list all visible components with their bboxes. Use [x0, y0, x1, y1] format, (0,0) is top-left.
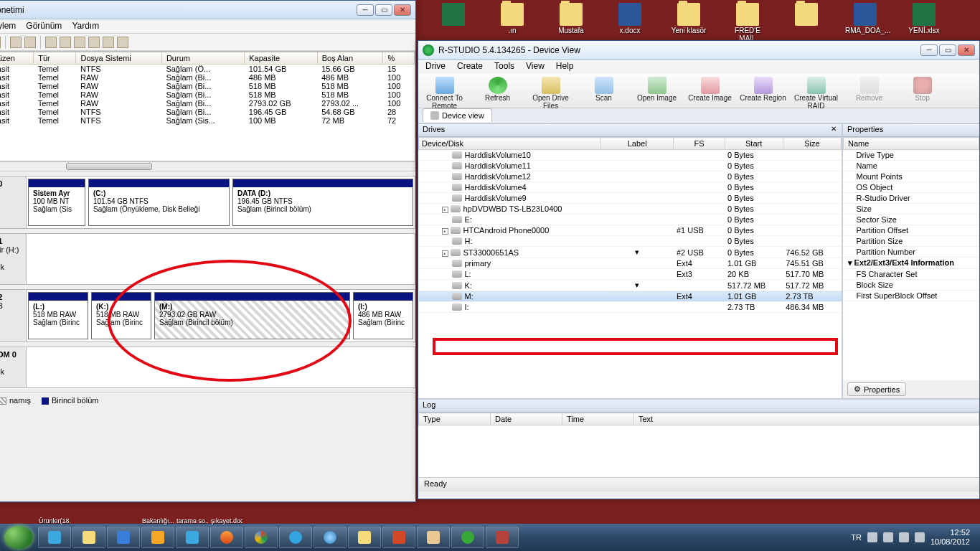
desktop-item[interactable] [433, 3, 473, 40]
language-indicator[interactable]: TR [851, 533, 862, 542]
property-row[interactable]: First SuperBlock Offset [844, 291, 979, 301]
tool-region[interactable]: Create Region [737, 74, 790, 108]
drive-row[interactable]: I:2.73 TB486.34 MB [419, 302, 842, 313]
network-icon[interactable] [899, 532, 909, 542]
desktop-item[interactable]: x.docx [610, 3, 650, 40]
partition-system[interactable]: Sistem Ayr 100 MB NT Sağlam (Sis [28, 179, 85, 226]
minimize-button[interactable]: ─ [920, 44, 938, 56]
toolbar-icon[interactable] [24, 37, 36, 48]
property-row[interactable]: Block Size [844, 280, 979, 291]
partition-m[interactable]: (M:) 2793.02 GB RAW Sağlam (Birincil böl… [154, 292, 350, 339]
volume-row[interactable]: BasitTemelRAWSağlam (Bi...518 MB518 MB10… [0, 82, 415, 90]
partition-c[interactable]: (C:) 101.54 GB NTFS Sağlam (Önyükleme, D… [88, 179, 230, 226]
property-row[interactable]: ▾ Ext2/Ext3/Ext4 Information [844, 258, 979, 269]
volume-row[interactable]: BasitTemelNTFSSağlam (Ö...101.54 GB15.66… [0, 65, 415, 74]
partition-l[interactable]: (L:) 518 MB RAW Sağlam (Birinc [28, 292, 88, 339]
menu-item[interactable]: Görünüm [26, 21, 62, 32]
toolbar-icon[interactable] [45, 37, 57, 48]
property-row[interactable]: Partition Size [844, 236, 979, 247]
toolbar-icon[interactable] [103, 37, 114, 48]
column-header[interactable]: Type [419, 413, 491, 425]
desktop-item[interactable]: Yeni klasör [669, 3, 709, 40]
drive-row[interactable]: primaryExt41.01 GB745.51 GB [419, 258, 842, 269]
log-table[interactable]: TypeDateTimeText [418, 413, 979, 477]
column-header[interactable]: Date [491, 413, 562, 425]
tool-cimg[interactable]: Create Image [684, 74, 737, 108]
flag-icon[interactable] [883, 532, 893, 542]
menu-item[interactable]: Help [556, 61, 574, 72]
column-header[interactable]: % [383, 52, 415, 65]
partition-k[interactable]: (K:) 518 MB RAW Sağlam (Birinc [91, 292, 151, 339]
column-header[interactable]: Dosya Sistemi [76, 52, 161, 65]
menu-item[interactable]: Drive [425, 61, 446, 72]
desktop-item[interactable]: FRED'E MAİL [727, 3, 768, 40]
volume-icon[interactable] [915, 532, 925, 542]
column-header[interactable]: Label [600, 138, 674, 150]
drive-row[interactable]: M:Ext41.01 GB2.73 TB [419, 291, 842, 302]
partition-d[interactable]: DATA (D:) 196.45 GB NTFS Sağlam (Birinci… [232, 179, 413, 226]
volume-row[interactable]: BasitTemelNTFSSağlam (Sis...100 MB72 MB7… [0, 116, 415, 125]
menu-item[interactable]: Create [457, 61, 483, 72]
property-row[interactable]: Partition Number [844, 247, 979, 258]
expander-icon[interactable]: ▪ [442, 207, 448, 213]
drive-row[interactable]: K:▾517.72 MB517.72 MB [419, 280, 842, 291]
drive-row[interactable]: ▪hpDVDWBD TS-LB23L04000 Bytes [419, 204, 842, 215]
toolbar-icon[interactable] [88, 37, 100, 48]
property-row[interactable]: Drive Type [844, 150, 979, 161]
disk-header[interactable]: k 0 B içi [0, 176, 27, 228]
column-header[interactable]: Boş Alan [317, 52, 383, 65]
drive-row[interactable]: HarddiskVolume100 Bytes [419, 150, 842, 161]
properties-list[interactable]: NameDrive TypeNameMount PointsOS ObjectR… [843, 137, 979, 380]
column-header[interactable]: Text [634, 413, 979, 425]
partition-i[interactable]: (I:) 486 MB RAW Sağlam (Birinc [353, 292, 413, 339]
dm-titlebar[interactable]: Yönetimi ─ ▭ ✕ [0, 1, 415, 19]
drive-row[interactable]: H:0 Bytes [419, 236, 842, 247]
disk-header[interactable]: k 1 bilir (H:) Yok [0, 234, 27, 284]
taskbar-chrome[interactable] [245, 527, 278, 548]
taskbar-explorer[interactable] [72, 527, 105, 548]
tool-img[interactable]: Open Image [631, 74, 684, 108]
desktop-item[interactable]: .ın [492, 3, 532, 40]
column-header[interactable]: FS [674, 138, 725, 150]
column-header[interactable]: Kapasite [245, 52, 317, 65]
drive-row[interactable]: ▪ST33000651AS▾#2 USB0 Bytes746.52 GB [419, 247, 842, 258]
column-header[interactable]: Device/Disk [419, 138, 601, 150]
tab-device-view[interactable]: Device view [423, 108, 492, 122]
maximize-button[interactable]: ▭ [939, 44, 956, 56]
tool-scan[interactable]: Scan [578, 74, 631, 108]
drive-row[interactable]: E:0 Bytes [419, 215, 842, 225]
column-header[interactable]: Size [783, 138, 841, 150]
toolbar-icon[interactable] [74, 37, 85, 48]
desktop-item[interactable]: RMA_DOA_... [845, 3, 885, 40]
taskbar-ie[interactable]: Ürünler(18.... [38, 527, 71, 548]
volume-row[interactable]: BasitTemelRAWSağlam (Bi...2793.02 GB2793… [0, 99, 415, 108]
disk-header[interactable]: ROM 0 ) Yok [0, 347, 27, 387]
drive-row[interactable]: L:Ext320 KB517.70 MB [419, 269, 842, 280]
system-tray[interactable]: TR 12:52 10/08/2012 [851, 528, 976, 546]
taskbar-outlook[interactable]: Bakanlığı... [141, 527, 174, 548]
taskbar-item[interactable] [348, 527, 381, 548]
desktop-item[interactable] [786, 3, 826, 40]
menu-item[interactable]: View [526, 61, 545, 72]
taskbar-firefox[interactable]: şıkayet.doc [210, 527, 243, 548]
property-row[interactable]: Name [844, 161, 979, 171]
tool-remote[interactable]: Connect To Remote [418, 74, 471, 108]
dm-volume-grid[interactable]: DüzenTürDosya SistemiDurumKapasiteBoş Al… [0, 51, 415, 161]
column-header[interactable]: Time [562, 413, 634, 425]
drive-row[interactable]: HarddiskVolume40 Bytes [419, 182, 842, 193]
maximize-button[interactable]: ▭ [375, 4, 392, 16]
property-row[interactable]: Sector Size [844, 215, 979, 225]
column-header[interactable]: Düzen [0, 52, 34, 65]
tool-drive[interactable]: Open Drive Files [524, 74, 578, 108]
drive-row[interactable]: HarddiskVolume90 Bytes [419, 193, 842, 204]
property-row[interactable]: Partition Offset [844, 225, 979, 236]
drive-row[interactable]: HarddiskVolume110 Bytes [419, 161, 842, 171]
toolbar-icon[interactable] [60, 37, 71, 48]
tool-refresh[interactable]: Refresh [471, 74, 524, 108]
property-row[interactable]: Size [844, 204, 979, 215]
close-pane-icon[interactable]: ✕ [829, 125, 839, 135]
volume-row[interactable]: BasitTemelRAWSağlam (Bi...518 MB518 MB10… [0, 90, 415, 99]
drives-table[interactable]: Device/DiskLabelFSStartSizeHarddiskVolum… [418, 137, 842, 398]
desktop-item[interactable]: Mustafa [551, 3, 591, 40]
tray-icon[interactable] [867, 532, 877, 542]
